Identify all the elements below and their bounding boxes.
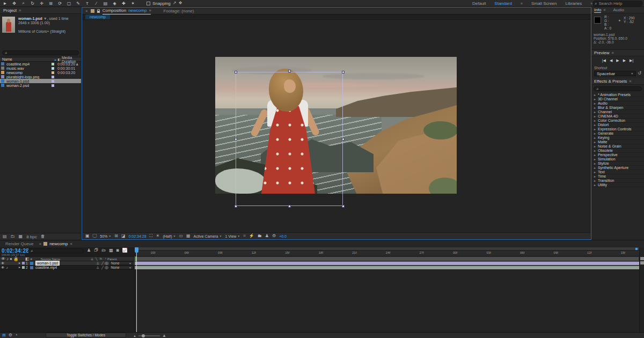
gear-icon[interactable]: ⚙: [9, 333, 12, 337]
panel-menu-icon[interactable]: ≡: [603, 8, 605, 12]
layer-expander-icon[interactable]: ►: [18, 262, 21, 264]
comp-button-icon[interactable]: [640, 261, 644, 264]
effects-search-field[interactable]: ⌕: [594, 86, 642, 91]
quality-switch-icon[interactable]: ╱: [101, 261, 104, 266]
parent-dropdown[interactable]: None▼: [109, 266, 133, 269]
snapshot-icon[interactable]: ⛶: [150, 234, 153, 238]
draft-3d-icon[interactable]: 🗇: [94, 248, 98, 253]
tab-composition[interactable]: Composition newcomp ≡: [103, 8, 151, 14]
parent-dropdown[interactable]: None▼: [109, 261, 133, 265]
transparency-grid-icon[interactable]: ▦: [186, 234, 191, 238]
layer-duration-bar-woman[interactable]: [135, 261, 639, 266]
expander-arrow-icon[interactable]: ►: [594, 131, 596, 136]
play-button[interactable]: ▶: [616, 58, 619, 63]
tab-footage[interactable]: Footage: (none): [163, 9, 194, 13]
zoom-in-icon[interactable]: ▲: [162, 333, 166, 338]
close-tab-icon[interactable]: ×: [85, 9, 88, 13]
breadcrumb[interactable]: newcomp: [85, 14, 110, 19]
workspace-libraries[interactable]: Libraries: [566, 1, 582, 6]
lock-icon[interactable]: [97, 11, 100, 13]
expander-arrow-icon[interactable]: ►: [594, 149, 596, 153]
expander-arrow-icon[interactable]: ►: [594, 127, 596, 131]
puppet-pin-tool-icon[interactable]: ✶: [130, 1, 136, 6]
mask-shape-tool-icon[interactable]: ▢: [66, 1, 72, 6]
new-folder-icon[interactable]: 🗀: [11, 234, 15, 239]
layer-duration-bar-coastline[interactable]: [135, 266, 639, 270]
next-frame-button[interactable]: ▶: [623, 58, 626, 63]
dolly-camera-tool-icon[interactable]: ⊞: [48, 1, 54, 6]
label-color-chip[interactable]: [52, 84, 54, 87]
expander-arrow-icon[interactable]: ►: [594, 136, 596, 140]
panel-menu-icon[interactable]: ≡: [19, 9, 21, 12]
clone-stamp-tool-icon[interactable]: ▤: [103, 1, 108, 6]
delete-icon[interactable]: 🗑: [41, 234, 45, 239]
region-of-interest-icon[interactable]: ▭: [179, 234, 183, 238]
eraser-tool-icon[interactable]: ◈: [112, 1, 118, 6]
lock-column-icon[interactable]: 🔒: [13, 257, 19, 261]
expander-arrow-icon[interactable]: ►: [594, 153, 596, 157]
brush-tool-icon[interactable]: ∕: [93, 1, 99, 6]
snap-along-edges-icon[interactable]: ↗: [173, 1, 177, 5]
selection-handle[interactable]: [235, 71, 237, 74]
quality-switch-icon[interactable]: ╱: [101, 266, 104, 270]
current-time-indicator-line[interactable]: [136, 251, 137, 332]
motion-blur-icon[interactable]: ◙: [116, 248, 119, 253]
panel-menu-icon[interactable]: ≡: [611, 51, 613, 55]
layer-label-chip[interactable]: [22, 262, 25, 264]
workspace-default[interactable]: Default: [472, 1, 486, 6]
selection-handle[interactable]: [235, 138, 237, 141]
expander-arrow-icon[interactable]: ►: [594, 106, 596, 110]
layer-audio-icon[interactable]: ♪: [6, 266, 8, 269]
zoom-tool-icon[interactable]: ⌕: [20, 1, 26, 6]
mask-visibility-icon[interactable]: ◪: [121, 234, 126, 238]
zoom-slider-knob[interactable]: [142, 334, 145, 337]
flowchart-icon[interactable]: ♟: [265, 234, 269, 238]
expander-arrow-icon[interactable]: ►: [594, 179, 596, 183]
graph-editor-icon[interactable]: 📈: [122, 248, 128, 253]
parent-column-header[interactable]: Parent: [107, 258, 133, 261]
layer-label-chip[interactable]: [22, 266, 25, 269]
label-column-icon[interactable]: ◧: [57, 58, 61, 61]
name-column-header[interactable]: Name: [1, 57, 54, 61]
time-ruler[interactable]: 03f06f09f12f15f18f21f24f27f00f03f06f09f1…: [135, 251, 639, 256]
expander-arrow-icon[interactable]: ►: [594, 97, 596, 101]
magnification-dropdown[interactable]: 50%▼: [100, 234, 111, 238]
file-row[interactable]: woman-2.psd ♟: [0, 83, 81, 87]
work-area-bar[interactable]: [135, 256, 639, 261]
source-name-column-header[interactable]: Source Name: [41, 258, 61, 261]
last-frame-button[interactable]: ▶|: [630, 58, 633, 63]
sort-ascending-icon[interactable]: ▲: [54, 58, 56, 61]
toggle-switches-modes-button[interactable]: Toggle Switches / Modes: [46, 333, 126, 337]
expander-arrow-icon[interactable]: ►: [594, 114, 596, 119]
hide-shy-layers-icon[interactable]: 🗁: [101, 248, 106, 253]
panel-menu-icon[interactable]: ≡: [149, 9, 151, 12]
shortcut-dropdown[interactable]: Spacebar▼: [594, 71, 636, 76]
label-color-chip[interactable]: [52, 63, 54, 65]
tab-audio[interactable]: Audio: [613, 8, 624, 12]
workspace-menu-icon[interactable]: ≡: [521, 2, 523, 5]
preview-title[interactable]: Preview: [594, 50, 609, 55]
current-time-display[interactable]: 0:02:34:28: [129, 234, 147, 238]
camera-view-dropdown[interactable]: Active Camera▼: [194, 234, 222, 238]
show-channels-icon[interactable]: ☀: [156, 234, 159, 238]
zoom-out-icon[interactable]: ▲: [133, 334, 136, 337]
selection-handle[interactable]: [235, 205, 237, 208]
grid-guides-icon[interactable]: ⊞: [114, 234, 118, 238]
always-preview-icon[interactable]: ▣: [85, 234, 90, 238]
first-frame-button[interactable]: |◀: [602, 58, 606, 63]
project-color-depth[interactable]: 8 bpc: [26, 234, 37, 239]
snap-features-icon[interactable]: ❖: [179, 1, 182, 5]
file-row[interactable]: pluralsight-logo.png ♟: [0, 75, 81, 79]
reset-icon[interactable]: ↺: [638, 71, 641, 76]
expand-layers-icon[interactable]: ▤: [2, 333, 6, 337]
timeline-icon[interactable]: 🖿: [258, 234, 262, 238]
tab-info[interactable]: Info: [594, 8, 601, 13]
expander-arrow-icon[interactable]: ►: [594, 140, 596, 144]
file-row[interactable]: newcomp 0:00:03:20 ♟: [0, 70, 81, 75]
expander-arrow-icon[interactable]: ►: [594, 93, 596, 97]
effects-category-row[interactable]: ► Utility: [591, 183, 644, 187]
mode-icon[interactable]: ◔: [104, 257, 106, 261]
selection-handle[interactable]: [342, 71, 345, 74]
render-speed-icon[interactable]: ◔: [15, 333, 18, 337]
expander-arrow-icon[interactable]: ►: [594, 123, 596, 127]
